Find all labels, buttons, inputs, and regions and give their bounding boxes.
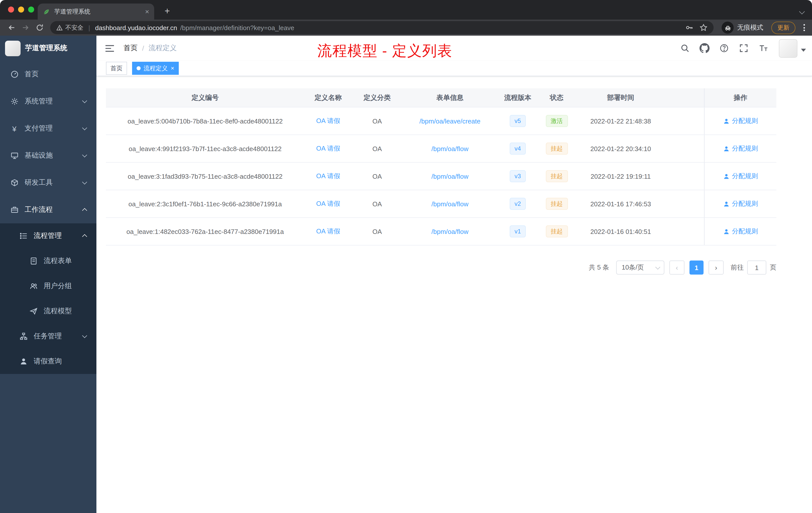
sidebar-item-user-group[interactable]: 用户分组 xyxy=(0,274,96,299)
next-page-button[interactable]: › xyxy=(708,261,724,275)
bookmark-star-icon[interactable] xyxy=(699,24,707,32)
prev-page-button[interactable]: ‹ xyxy=(669,261,685,275)
sidebar-item-leave-query[interactable]: 请假查询 xyxy=(0,349,96,374)
assign-rule-button[interactable]: 分配规则 xyxy=(723,172,758,181)
definition-name-link[interactable]: OA 请假 xyxy=(316,144,340,153)
sidebar-item-devtools[interactable]: 研发工具 xyxy=(0,169,96,196)
sidebar-item-home[interactable]: 首页 xyxy=(0,61,96,88)
tags-view: 首页 流程定义 × xyxy=(96,61,812,76)
sidebar-item-process-management[interactable]: 流程管理 xyxy=(0,223,96,248)
close-window-button[interactable] xyxy=(8,6,14,12)
page-size-select[interactable]: 10条/页 xyxy=(616,261,664,275)
breadcrumb: 首页 / 流程定义 xyxy=(123,44,177,53)
status-badge: 挂起 xyxy=(546,143,568,155)
incognito-icon xyxy=(722,22,734,34)
sidebar-item-label: 研发工具 xyxy=(25,178,53,187)
cell-filler xyxy=(666,163,704,190)
security-warning-icon[interactable]: 不安全 xyxy=(56,23,83,32)
cell-category: OA xyxy=(352,108,402,134)
send-icon xyxy=(29,307,38,315)
sidebar-item-task-management[interactable]: 任务管理 xyxy=(0,324,96,349)
cell-form-info: /bpm/oa/flow xyxy=(402,218,498,245)
address-bar[interactable]: 不安全 | dashboard.yudao.iocoder.cn/bpm/man… xyxy=(50,21,714,34)
search-icon[interactable] xyxy=(679,42,691,54)
sidebar-item-system[interactable]: 系统管理 xyxy=(0,88,96,115)
list-icon xyxy=(19,232,28,240)
tag-home[interactable]: 首页 xyxy=(106,62,127,75)
url-divider: | xyxy=(88,24,90,31)
user-menu-caret-icon xyxy=(801,49,806,52)
toolbox-icon xyxy=(10,178,19,187)
table-row: oa_leave:5:004b710b-7b8a-11ec-8ef0-acde4… xyxy=(106,108,776,135)
favicon-icon xyxy=(43,8,50,15)
sidebar-item-process-model[interactable]: 流程模型 xyxy=(0,299,96,324)
new-tab-button[interactable]: + xyxy=(161,4,174,18)
tag-close-icon[interactable]: × xyxy=(171,65,174,71)
assign-rule-button[interactable]: 分配规则 xyxy=(723,144,758,153)
browser-menu-icon[interactable] xyxy=(802,22,807,33)
fullscreen-icon[interactable] xyxy=(738,42,750,54)
definition-name-link[interactable]: OA 请假 xyxy=(316,172,340,181)
definition-name-link[interactable]: OA 请假 xyxy=(316,117,340,125)
form-link[interactable]: /bpm/oa/leave/create xyxy=(419,117,481,125)
password-key-icon[interactable] xyxy=(686,24,694,32)
user-icon xyxy=(723,118,729,124)
update-chrome-button[interactable]: 更新 xyxy=(771,21,795,34)
tab-strip: 芋道管理系统 × + xyxy=(0,0,812,20)
cell-form-info: /bpm/oa/flow xyxy=(402,135,498,162)
url-path: /bpm/manager/definition?key=oa_leave xyxy=(180,24,294,31)
app-logo[interactable]: 芋道管理系统 xyxy=(0,36,96,61)
form-link[interactable]: /bpm/oa/flow xyxy=(431,173,468,180)
reload-button[interactable] xyxy=(33,21,46,34)
form-link[interactable]: /bpm/oa/flow xyxy=(431,200,468,208)
cell-filler xyxy=(666,190,704,217)
chevron-up-icon xyxy=(82,208,87,213)
minimize-window-button[interactable] xyxy=(18,6,24,12)
github-icon[interactable] xyxy=(698,42,710,54)
gear-icon xyxy=(10,97,19,105)
goto-label: 前往 xyxy=(731,263,744,272)
assign-rule-button[interactable]: 分配规则 xyxy=(723,227,758,236)
sidebar-item-infrastructure[interactable]: 基础设施 xyxy=(0,142,96,169)
back-button[interactable] xyxy=(5,21,18,34)
zoom-window-button[interactable] xyxy=(28,6,34,12)
tab-search-chevron-icon[interactable] xyxy=(799,9,805,14)
sidebar-item-workflow[interactable]: 工作流程 xyxy=(0,196,96,223)
cell-deploy-time: 2022-01-16 01:40:51 xyxy=(576,218,666,245)
security-label: 不安全 xyxy=(65,23,83,32)
tag-process-definition[interactable]: 流程定义 × xyxy=(132,62,179,75)
status-badge: 激活 xyxy=(546,115,568,127)
version-badge: v1 xyxy=(510,225,526,237)
forward-button[interactable] xyxy=(19,21,32,34)
definition-name-link[interactable]: OA 请假 xyxy=(316,227,340,236)
cell-category: OA xyxy=(352,135,402,162)
sidebar-item-process-form[interactable]: 流程表单 xyxy=(0,248,96,274)
tab-close-icon[interactable]: × xyxy=(145,8,149,15)
table-row: oa_leave:4:991f2193-7b7f-11ec-a3c8-acde4… xyxy=(106,135,776,163)
form-link[interactable]: /bpm/oa/flow xyxy=(431,145,468,152)
hamburger-icon[interactable] xyxy=(103,41,116,55)
sidebar-item-label: 系统管理 xyxy=(25,97,53,106)
person-icon xyxy=(19,357,28,366)
font-size-icon[interactable] xyxy=(757,42,769,54)
cell-definition-id: oa_leave:2:3c1f0ef1-76b1-11ec-9c66-a2380… xyxy=(106,190,304,217)
goto-page-input[interactable] xyxy=(747,261,766,275)
dashboard-icon xyxy=(10,70,19,79)
definition-name-link[interactable]: OA 请假 xyxy=(316,199,340,208)
tree-icon xyxy=(19,332,28,340)
users-icon xyxy=(29,282,38,291)
browser-tab[interactable]: 芋道管理系统 × xyxy=(38,3,154,20)
sidebar-item-payment[interactable]: ¥ 支付管理 xyxy=(0,115,96,142)
sidebar-item-label: 请假查询 xyxy=(34,357,62,366)
assign-rule-button[interactable]: 分配规则 xyxy=(723,199,758,208)
current-page-button[interactable]: 1 xyxy=(690,261,703,275)
user-menu[interactable] xyxy=(779,39,806,58)
assign-rule-label: 分配规则 xyxy=(732,117,758,125)
goto-suffix: 页 xyxy=(770,263,776,272)
definition-table: 定义编号 定义名称 定义分类 表单信息 流程版本 状态 部署时间 操作 oa_l… xyxy=(106,88,776,245)
help-icon[interactable] xyxy=(718,42,730,54)
breadcrumb-current: 流程定义 xyxy=(149,44,177,53)
form-link[interactable]: /bpm/oa/flow xyxy=(431,228,468,235)
assign-rule-button[interactable]: 分配规则 xyxy=(723,117,758,125)
breadcrumb-home[interactable]: 首页 xyxy=(123,44,138,53)
